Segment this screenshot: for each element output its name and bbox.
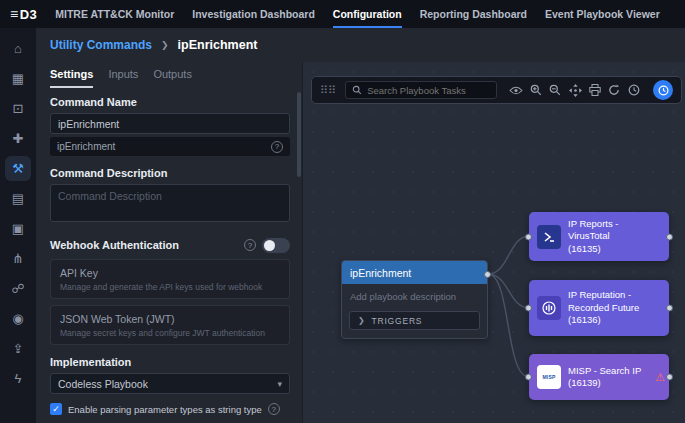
task-search-box <box>345 81 497 99</box>
parse-parameter-label: Enable parsing parameter types as string… <box>68 404 262 415</box>
fit-view-icon[interactable] <box>567 82 583 98</box>
shield-upload-icon[interactable]: ⇪ <box>5 336 31 361</box>
nav-item-configuration[interactable]: Configuration <box>333 0 402 28</box>
broadcast-signal-icon[interactable]: ☍ <box>5 276 31 301</box>
schedule-calendar-icon[interactable]: ▤ <box>5 186 31 211</box>
help-icon[interactable]: ? <box>244 239 256 251</box>
task-title: IP Reputation - Recorded Future <box>568 289 639 312</box>
d3-logo: ≡ D3 <box>10 6 37 22</box>
integrations-puzzle-icon[interactable]: ✚ <box>5 126 31 151</box>
task-title: MISP - Search IP <box>568 365 641 376</box>
tab-outputs[interactable]: Outputs <box>153 68 192 88</box>
help-icon[interactable]: ? <box>268 403 280 415</box>
app-window: ≡ D3 MITRE ATT&CK Monitor Investigation … <box>0 0 685 423</box>
chevron-right-icon: ❯ <box>358 316 366 325</box>
jwt-description: Manage secret keys and configure JWT aut… <box>60 328 280 339</box>
breadcrumb-separator-icon: ❯ <box>161 40 169 50</box>
command-name-label: Command Name <box>50 96 290 108</box>
command-internal-name: ipEnrichment ? <box>50 137 290 156</box>
eye-icon[interactable] <box>508 82 524 98</box>
output-port[interactable] <box>666 305 673 312</box>
print-icon[interactable] <box>587 82 603 98</box>
top-nav: ≡ D3 MITRE ATT&CK Monitor Investigation … <box>0 0 685 28</box>
help-icon[interactable]: ? <box>271 141 283 153</box>
automation-lightning-icon[interactable]: ϟ <box>5 366 31 391</box>
webhook-authentication-label: Webhook Authentication <box>50 239 179 251</box>
drag-handle-icon[interactable]: ⠿⠿ <box>320 84 336 97</box>
panel-tabs: Settings Inputs Outputs <box>50 68 290 88</box>
zoom-in-icon[interactable] <box>528 82 544 98</box>
network-share-icon[interactable]: ⋔ <box>5 246 31 271</box>
task-title: IP Reports - VirusTotal <box>568 218 619 241</box>
root-node-title: ipEnrichment <box>342 261 487 284</box>
breadcrumb: Utility Commands ❯ ipEnrichment <box>36 28 685 62</box>
toolbar-circle-button[interactable] <box>653 80 673 100</box>
task-node-misp[interactable]: MISP MISP - Search IP (16139) ⚠ <box>529 354 669 400</box>
output-port[interactable] <box>666 374 673 381</box>
home-icon[interactable]: ⌂ <box>5 36 31 61</box>
recorded-future-icon <box>537 296 561 320</box>
input-port[interactable] <box>525 233 532 240</box>
command-internal-name-value: ipEnrichment <box>57 141 115 152</box>
clock-icon <box>658 85 669 96</box>
search-icon <box>352 85 362 95</box>
warning-icon[interactable]: ⚠ <box>655 371 665 384</box>
misp-icon-text: MISP <box>542 374 555 380</box>
icon-rail: ⌂ ▦ ⊡ ✚ ⚒ ▤ ▣ ⋔ ☍ ◉ ⇪ ϟ <box>0 28 36 423</box>
implementation-select[interactable]: Codeless Playbook ▾ <box>50 373 290 394</box>
implementation-label: Implementation <box>50 356 290 368</box>
utility-tools-icon[interactable]: ⚒ <box>5 156 31 181</box>
logo-bars-icon: ≡ <box>10 6 19 22</box>
incidents-calendar-icon[interactable]: ▦ <box>5 66 31 91</box>
task-node-recorded-future[interactable]: IP Reputation - Recorded Future (16136) <box>529 280 669 336</box>
status-badge-icon[interactable]: ◉ <box>5 306 31 331</box>
jwt-title: JSON Web Token (JWT) <box>60 313 280 325</box>
parse-parameter-checkbox[interactable] <box>50 403 62 415</box>
breadcrumb-current-page: ipEnrichment <box>178 38 258 52</box>
command-settings-panel: Settings Inputs Outputs Command Name ipE… <box>36 62 302 423</box>
video-monitor-icon[interactable]: ⊡ <box>5 96 31 121</box>
command-description-label: Command Description <box>50 167 290 179</box>
canvas-toolbar: ⠿⠿ <box>311 76 682 104</box>
command-name-input[interactable] <box>50 113 290 134</box>
task-id: (16139) <box>568 377 641 389</box>
misp-icon: MISP <box>537 365 561 389</box>
output-port[interactable] <box>484 271 491 278</box>
logo-text: D3 <box>20 7 38 22</box>
virustotal-icon <box>537 225 561 249</box>
playbook-root-node[interactable]: ipEnrichment Add playbook description ❯ … <box>341 260 488 339</box>
tab-inputs[interactable]: Inputs <box>108 68 138 88</box>
zoom-out-icon[interactable] <box>547 82 563 98</box>
nav-item-event-playbook-viewer[interactable]: Event Playbook Viewer <box>545 0 660 28</box>
breadcrumb-utility-commands-link[interactable]: Utility Commands <box>50 38 152 52</box>
task-id: (16135) <box>568 243 661 255</box>
input-port[interactable] <box>525 374 532 381</box>
history-clock-icon[interactable] <box>626 82 642 98</box>
task-id: (16136) <box>568 314 661 326</box>
task-search-input[interactable] <box>367 85 490 96</box>
api-key-title: API Key <box>60 267 280 279</box>
toggle-knob <box>264 240 275 251</box>
nav-item-mitre-attck-monitor[interactable]: MITRE ATT&CK Monitor <box>55 0 174 28</box>
webhook-authentication-toggle[interactable] <box>262 238 290 253</box>
playbook-canvas[interactable]: ⠿⠿ <box>302 62 685 423</box>
tab-settings[interactable]: Settings <box>50 68 93 88</box>
nav-item-reporting-dashboard[interactable]: Reporting Dashboard <box>420 0 527 28</box>
jwt-card[interactable]: JSON Web Token (JWT) Manage secret keys … <box>50 305 290 345</box>
triggers-section[interactable]: ❯ TRIGGERS <box>349 311 480 330</box>
refresh-icon[interactable] <box>606 82 622 98</box>
nav-item-investigation-dashboard[interactable]: Investigation Dashboard <box>192 0 315 28</box>
implementation-selected-value: Codeless Playbook <box>58 378 148 390</box>
triggers-label: TRIGGERS <box>372 316 423 326</box>
output-port[interactable] <box>666 233 673 240</box>
api-key-card[interactable]: API Key Manage and generate the API keys… <box>50 259 290 299</box>
root-node-description[interactable]: Add playbook description <box>342 284 487 306</box>
api-key-description: Manage and generate the API keys used fo… <box>60 282 280 293</box>
command-description-input[interactable] <box>50 184 290 222</box>
database-icon[interactable]: ▣ <box>5 216 31 241</box>
panel-scrollbar[interactable] <box>297 92 301 177</box>
input-port[interactable] <box>525 305 532 312</box>
chevron-down-icon: ▾ <box>277 379 282 389</box>
task-node-virustotal[interactable]: IP Reports - VirusTotal (16135) <box>529 212 669 261</box>
